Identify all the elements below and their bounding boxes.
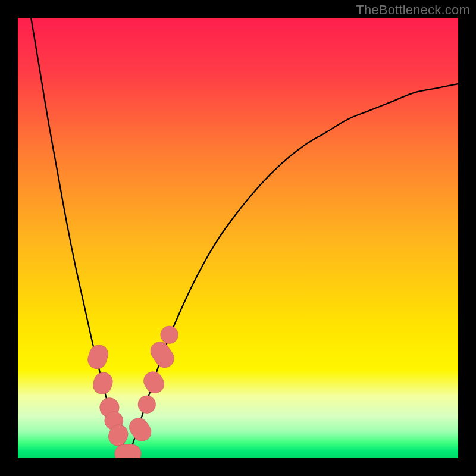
right-cluster-mid	[140, 368, 168, 397]
marker-group	[86, 326, 178, 458]
valley-floor	[115, 444, 141, 458]
curves-layer	[18, 18, 458, 458]
right-cluster-upper	[147, 338, 177, 371]
right-cluster-lower	[126, 414, 155, 444]
right-dot-1	[138, 396, 156, 414]
bottleneck-curve-left	[31, 18, 128, 454]
chart-frame: TheBottleneck.com	[0, 0, 476, 476]
left-cluster-upper	[86, 343, 111, 371]
right-dot-2	[161, 326, 178, 344]
plot-area	[18, 18, 458, 458]
watermark-text: TheBottleneck.com	[356, 2, 470, 18]
left-cluster-upper-2	[90, 370, 115, 397]
bottleneck-curve-right	[128, 84, 458, 454]
